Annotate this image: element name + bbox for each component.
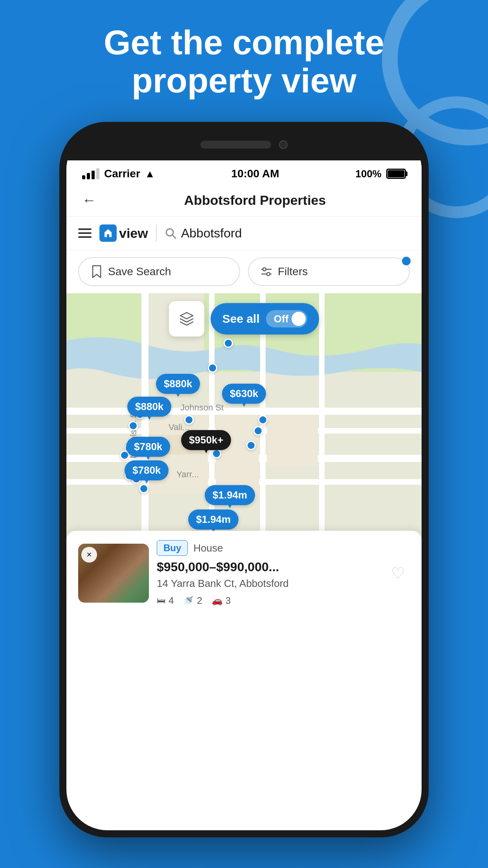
hamburger-button[interactable] [78, 228, 92, 238]
price-pin-194m-2[interactable]: $1.94m [188, 509, 238, 530]
price-pin-630k[interactable]: $630k [222, 384, 266, 404]
battery-icon [386, 169, 406, 179]
nav-title: Abbotsford Properties [104, 193, 406, 208]
property-address: 14 Yarra Bank Ct, Abbotsford [157, 577, 378, 590]
action-bar: Save Search Filters [66, 250, 422, 293]
price-pin-880k-1[interactable]: $880k [156, 374, 200, 394]
phone-camera [279, 140, 288, 149]
baths-feature: 🚿 2 [183, 595, 202, 606]
street-label-johnson: Johnson St [180, 403, 224, 413]
baths-count: 2 [197, 595, 202, 606]
search-icon [165, 227, 176, 239]
phone-top-bar [66, 129, 422, 160]
cars-feature: 🚗 3 [212, 595, 231, 606]
see-all-label: See all [222, 312, 260, 326]
search-text: Abbotsford [181, 226, 242, 241]
beds-count: 4 [169, 595, 174, 606]
property-close-button[interactable]: × [81, 547, 97, 563]
search-divider [156, 224, 157, 242]
price-pin-194m-1[interactable]: $1.94m [205, 485, 255, 505]
map-dot-pin[interactable] [128, 421, 138, 430]
map-area[interactable]: Johnson St Vali... Yarr... Nicholson St … [66, 293, 422, 616]
phone-screen: Carrier ▲ 10:00 AM 100% ← Abbotsford Pro… [66, 160, 422, 830]
layers-icon [178, 310, 195, 327]
filter-active-dot [402, 257, 411, 265]
hero-text: Get the complete property view [0, 24, 488, 100]
property-image: × [78, 544, 149, 603]
battery-percent: 100% [355, 168, 382, 180]
status-time: 10:00 AM [231, 167, 279, 180]
tag-type: House [193, 542, 223, 554]
status-bar: Carrier ▲ 10:00 AM 100% [66, 160, 422, 184]
property-features: 🛏 4 🚿 2 🚗 3 [157, 595, 378, 606]
map-dot-pin[interactable] [184, 415, 194, 425]
hamburger-line-3 [78, 236, 92, 238]
phone-inner: Carrier ▲ 10:00 AM 100% ← Abbotsford Pro… [66, 129, 422, 830]
filters-label: Filters [278, 265, 308, 278]
hamburger-line-2 [78, 232, 92, 234]
signal-bar-1 [82, 175, 85, 179]
bed-icon: 🛏 [157, 596, 165, 606]
price-pin-780k-2[interactable]: $780k [125, 460, 169, 480]
layers-button[interactable] [169, 301, 204, 337]
back-button[interactable]: ← [82, 192, 96, 208]
phone-speaker [200, 141, 271, 149]
price-pin-780k-1[interactable]: $780k [126, 437, 170, 457]
search-bar: view Abbotsford [66, 217, 422, 250]
search-input-area[interactable]: Abbotsford [165, 226, 410, 241]
signal-bar-2 [87, 173, 90, 179]
svg-point-7 [267, 272, 270, 276]
close-icon: × [87, 550, 92, 560]
svg-line-3 [172, 235, 176, 238]
signal-bars [82, 168, 99, 179]
map-dot-pin[interactable] [253, 426, 263, 436]
map-dot-pin[interactable] [139, 484, 149, 493]
svg-rect-21 [267, 415, 318, 466]
phone-frame: Carrier ▲ 10:00 AM 100% ← Abbotsford Pro… [59, 122, 429, 837]
logo-text: view [119, 226, 148, 241]
wifi-icon: ▲ [145, 168, 155, 180]
filters-button[interactable]: Filters [248, 257, 410, 286]
save-search-button[interactable]: Save Search [78, 257, 240, 286]
tag-buy: Buy [157, 540, 188, 556]
property-price: $950,000–$990,000... [157, 560, 378, 574]
hamburger-line-1 [78, 228, 92, 230]
filters-icon [261, 266, 272, 277]
logo-icon [99, 224, 117, 242]
toggle-knob [292, 312, 306, 326]
bookmark-icon [91, 265, 103, 278]
toggle-switch[interactable]: Off [266, 310, 308, 327]
property-info: Buy House $950,000–$990,000... 14 Yarra … [157, 540, 378, 606]
property-card: × Buy House $950,000–$990,000... 14 Yarr… [66, 531, 422, 616]
cars-count: 3 [226, 595, 231, 606]
beds-feature: 🛏 4 [157, 595, 174, 606]
signal-bar-4 [96, 168, 99, 179]
property-tags: Buy House [157, 540, 378, 556]
status-left: Carrier ▲ [82, 167, 155, 180]
signal-bar-3 [92, 171, 95, 179]
svg-point-5 [263, 268, 266, 271]
nav-bar: ← Abbotsford Properties [66, 184, 422, 217]
battery-fill [388, 170, 404, 177]
car-icon: 🚗 [212, 596, 222, 606]
map-controls: See all Off [66, 301, 422, 337]
toggle-label: Off [274, 313, 289, 325]
map-dot-pin[interactable] [258, 415, 268, 425]
bath-icon: 🚿 [183, 596, 194, 606]
street-label-yarra: Yarr... [176, 469, 199, 480]
map-dot-pin[interactable] [224, 338, 233, 348]
logo-area: view [99, 224, 148, 242]
save-search-label: Save Search [108, 265, 171, 278]
map-dot-pin[interactable] [208, 363, 217, 373]
map-dot-pin[interactable] [246, 441, 256, 450]
heart-button[interactable]: ♡ [386, 561, 410, 585]
price-pin-880k-2[interactable]: $880k [127, 397, 171, 417]
price-pin-950k[interactable]: $950k+ [181, 430, 231, 450]
map-dot-pin[interactable] [212, 449, 221, 458]
see-all-toggle[interactable]: See all Off [211, 303, 319, 335]
status-right: 100% [355, 168, 406, 180]
carrier-label: Carrier [104, 167, 140, 180]
